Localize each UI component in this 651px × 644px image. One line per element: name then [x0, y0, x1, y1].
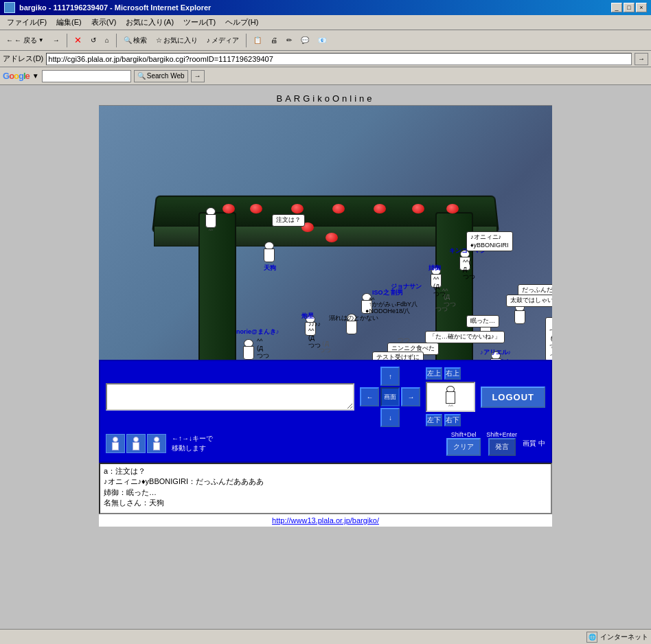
- chat-line-4: 名無しさん：天狗: [104, 498, 547, 508]
- bubble-test: テスト受けずに: [372, 352, 424, 360]
- home-icon: ⌂: [105, 36, 109, 44]
- food-item-5: [374, 204, 386, 214]
- food-item-4: [332, 204, 345, 214]
- people-icons: [106, 434, 166, 453]
- title-bar: bargiko - 1117196239407 - Microsoft Inte…: [0, 0, 651, 15]
- bubble-onioni: ♪オニィニ♪♦yBBONIGIRI: [466, 231, 513, 251]
- media-icon: ♪: [207, 36, 210, 44]
- food-item-7: [446, 204, 459, 214]
- search-web-icon: 🔍: [137, 72, 146, 80]
- dir-left-button[interactable]: ←: [360, 387, 379, 406]
- menu-view[interactable]: 表示(V): [87, 16, 121, 29]
- avatar-sprite: ^^: [446, 386, 455, 409]
- status-bar: 🌐 インターネット: [0, 629, 651, 644]
- print-button[interactable]: 🖨: [267, 32, 281, 49]
- person-icon-1: [106, 434, 125, 453]
- cam-lower-left[interactable]: 左下: [426, 414, 442, 426]
- close-button[interactable]: ×: [636, 3, 647, 12]
- forward-icon: →: [53, 36, 60, 44]
- bubble-tashika: 「た…確かにでかいね♪」: [425, 331, 505, 343]
- dir-up-button[interactable]: ↑: [380, 367, 400, 386]
- edit-page-button[interactable]: ✏: [283, 32, 295, 49]
- google-search-button[interactable]: 🔍 Search Web: [134, 70, 188, 82]
- favorites-button[interactable]: ☆ お気に入り: [152, 32, 201, 49]
- maximize-button[interactable]: □: [624, 3, 635, 12]
- cam-upper-left[interactable]: 左上: [426, 367, 442, 380]
- send-button[interactable]: 発言: [488, 438, 516, 456]
- cam-upper-right[interactable]: 右上: [444, 367, 461, 380]
- character-norie: [243, 339, 254, 360]
- internet-icon: 🌐: [586, 632, 597, 643]
- clear-button[interactable]: クリア: [446, 438, 481, 456]
- ariel-label: ♪アリエル♪: [480, 348, 511, 357]
- menu-favorites[interactable]: お気に入り(A): [122, 16, 178, 29]
- character-a: ^^: [205, 207, 216, 233]
- ie-icon: [4, 2, 15, 13]
- direction-pad: ↑ ← 画面 → ↓: [360, 367, 420, 427]
- address-input[interactable]: [46, 53, 632, 65]
- anigo-label: 姉御: [429, 264, 441, 273]
- quality-control: 画質 中: [523, 439, 545, 448]
- food-item-1: [222, 204, 235, 214]
- google-go-button[interactable]: →: [191, 70, 205, 82]
- camera-section: 左上 右上 ^^ 左下: [426, 367, 475, 426]
- messenger-button[interactable]: 📧: [315, 32, 330, 49]
- bubble-chumon: 注文は？: [272, 214, 305, 227]
- stop-button[interactable]: ✕: [71, 32, 85, 49]
- dir-right-button[interactable]: →: [401, 387, 420, 406]
- stop-icon: ✕: [74, 35, 82, 45]
- footer-link[interactable]: http://www13.plala.or.jp/bargiko/: [99, 516, 552, 525]
- forward-button[interactable]: →: [49, 32, 63, 49]
- separator-1: [67, 34, 67, 47]
- refresh-icon: ↺: [91, 36, 96, 44]
- print-icon: 🖨: [271, 36, 277, 44]
- google-search-input[interactable]: [42, 70, 131, 82]
- edit-icon: ✏: [286, 36, 292, 44]
- chat-input[interactable]: [106, 383, 354, 411]
- content-area: BARGikoOnline: [0, 85, 651, 629]
- ariel-sub-label: ♦Ariel6.8+: [492, 358, 521, 360]
- dir-down-button[interactable]: ↓: [380, 408, 400, 427]
- chat-line-1: a：注文は？: [104, 466, 547, 476]
- address-label: アドレス(D): [3, 54, 43, 64]
- camera-row-top: 左上 右上: [426, 367, 475, 380]
- shift-del-group: Shift+Del クリア: [446, 431, 481, 456]
- address-bar: アドレス(D) →: [0, 51, 651, 67]
- jonathan-label: ジョナサン: [391, 282, 422, 291]
- shift-del-label: Shift+Del: [451, 431, 477, 438]
- search-button[interactable]: 🔍 検索: [120, 32, 150, 49]
- bubble-nemuta: 眠った…: [466, 315, 499, 327]
- menu-edit[interactable]: 編集(E): [52, 16, 86, 29]
- browser-content: BARGikoOnline: [99, 91, 552, 527]
- chat-log: a：注文は？ ♪オニィニ♪♦yBBONIGIRI：だっふんだああああ 姉御：眠っ…: [99, 463, 552, 514]
- chat-line-2: ♪オニィニ♪♦yBBONIGIRI：だっふんだああああ: [104, 476, 547, 487]
- game-scene-inner: ^^ 天狗 norie@まんき♪ ^^ (Д: [99, 106, 552, 360]
- refresh-button[interactable]: ↺: [87, 32, 100, 49]
- separator-3: [246, 34, 247, 47]
- minimize-button[interactable]: _: [611, 3, 622, 12]
- window-controls: _ □ ×: [611, 3, 647, 12]
- google-dropdown-arrow[interactable]: ▼: [32, 72, 39, 80]
- menu-tools[interactable]: ツール(T): [179, 16, 220, 29]
- bubble-kogao: （※'∀'）つ日もう少しで、おごってやる: [545, 317, 552, 360]
- cam-lower-right[interactable]: 右下: [444, 414, 461, 426]
- back-icon: ←: [6, 36, 13, 44]
- discuss-button[interactable]: 💬: [297, 32, 312, 49]
- address-go-button[interactable]: →: [635, 53, 648, 65]
- control-row-top: ↑ ← 画面 → ↓ 左上: [106, 367, 545, 427]
- messenger-icon: 📧: [318, 36, 326, 44]
- logout-button[interactable]: LOGOUT: [481, 387, 545, 408]
- game-title: BARGikoOnline: [99, 91, 552, 106]
- camera-row-bottom: 左下 右下: [426, 414, 475, 426]
- menu-help[interactable]: ヘルプ(H): [221, 16, 262, 29]
- home-button[interactable]: ⌂: [102, 32, 113, 49]
- internet-label: インターネット: [600, 632, 648, 642]
- back-button[interactable]: ← ← 戻る ▼: [3, 32, 47, 49]
- media-button[interactable]: ♪ メディア: [203, 32, 242, 49]
- history-icon: 📋: [253, 36, 262, 44]
- google-logo: Google: [3, 71, 30, 81]
- menu-file[interactable]: ファイル(F): [3, 16, 51, 29]
- history-button[interactable]: 📋: [250, 32, 265, 49]
- tengu-label: 天狗: [264, 264, 276, 273]
- avatar-display: ^^: [426, 382, 475, 412]
